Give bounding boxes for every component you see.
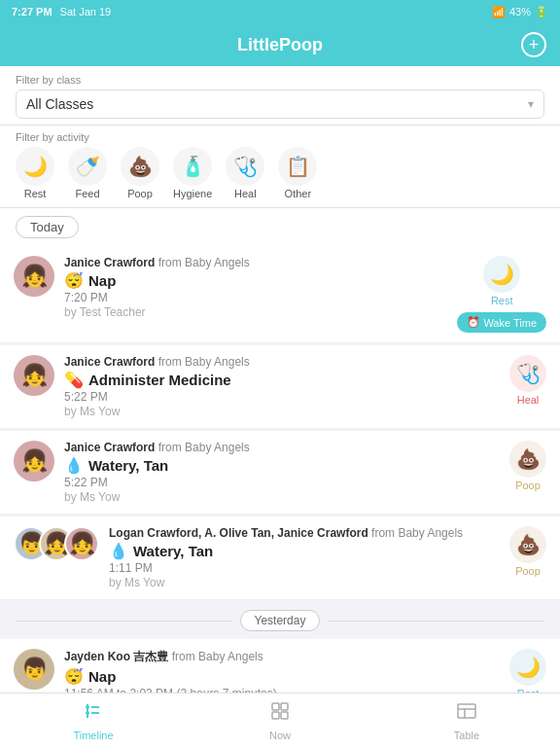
activity-name-yc1: Nap bbox=[88, 668, 116, 685]
svg-point-1 bbox=[86, 705, 89, 709]
class-name-4: Baby Angels bbox=[398, 526, 463, 540]
from-label-1: from bbox=[158, 256, 185, 269]
wake-icon: ⏰ bbox=[467, 316, 480, 329]
card-right-1: 🌙 Rest ⏰ Wake Time bbox=[457, 256, 546, 333]
rest-label: Rest bbox=[24, 188, 47, 199]
feed-icon: 🍼 bbox=[68, 147, 107, 186]
class-name-2: Baby Angels bbox=[185, 355, 250, 369]
heal-circle-icon: 🩺 bbox=[509, 355, 546, 392]
header: LittlePoop + bbox=[0, 23, 560, 66]
filter-activity-section: Filter by activity 🌙 Rest 🍼 Feed 💩 Poop … bbox=[0, 125, 560, 208]
today-button[interactable]: Today bbox=[16, 216, 79, 238]
avatar-janice-1: 👧 bbox=[14, 256, 54, 297]
wake-label: Wake Time bbox=[483, 317, 537, 329]
card-from-2: Janice Crawford from Baby Angels bbox=[64, 355, 496, 369]
card-time-2: 5:22 PM bbox=[64, 390, 496, 404]
from-label-3: from bbox=[158, 441, 185, 454]
status-indicators: 📶 43% 🔋 bbox=[492, 6, 548, 18]
feed-content: 👧 Janice Crawford from Baby Angels 😴 Nap… bbox=[0, 246, 560, 747]
filter-activity-label: Filter by activity bbox=[16, 131, 544, 143]
from-label-2: from bbox=[158, 355, 185, 369]
now-nav-label: Now bbox=[269, 729, 291, 741]
rest-icon: 🌙 bbox=[16, 147, 54, 186]
poop-badge-1: 💩 Poop bbox=[509, 441, 546, 491]
child-name-3: Janice Crawford bbox=[64, 441, 155, 454]
status-date: Sat Jan 19 bbox=[60, 6, 112, 18]
activity-feed[interactable]: 🍼 Feed bbox=[68, 147, 107, 199]
svg-point-2 bbox=[86, 711, 89, 715]
chevron-down-icon: ▾ bbox=[528, 97, 534, 111]
activity-heal[interactable]: 🩺 Heal bbox=[226, 147, 264, 199]
nav-table[interactable]: Table bbox=[373, 694, 560, 747]
poop-circle-icon-2: 💩 bbox=[509, 526, 546, 563]
card-from-3: Janice Crawford from Baby Angels bbox=[64, 441, 496, 454]
card-from-yc1: Jayden Koo 吉杰豊 from Baby Angels bbox=[64, 649, 496, 665]
poop-icon: 💩 bbox=[121, 147, 159, 186]
card-body-1: Janice Crawford from Baby Angels 😴 Nap 7… bbox=[64, 256, 443, 319]
activity-icon-row: 🌙 Rest 🍼 Feed 💩 Poop 🧴 Hygiene 🩺 Heal 📋 … bbox=[16, 147, 544, 199]
svg-rect-9 bbox=[458, 704, 475, 718]
hygiene-label: Hygiene bbox=[173, 188, 212, 199]
hygiene-icon: 🧴 bbox=[173, 147, 212, 186]
activity-row-4: 💧 Watery, Tan bbox=[109, 542, 496, 560]
class-name-1: Baby Angels bbox=[185, 256, 250, 269]
class-dropdown[interactable]: All Classes ▾ bbox=[16, 89, 544, 119]
activity-name-4: Watery, Tan bbox=[133, 543, 213, 559]
wake-time-button[interactable]: ⏰ Wake Time bbox=[457, 312, 546, 333]
nap-icon-yc1: 😴 bbox=[64, 667, 84, 686]
svg-rect-8 bbox=[281, 712, 288, 719]
card-body-3: Janice Crawford from Baby Angels 💧 Water… bbox=[64, 441, 496, 504]
medicine-icon: 💊 bbox=[64, 371, 84, 389]
card-janice-medicine: 👧 Janice Crawford from Baby Angels 💊 Adm… bbox=[0, 345, 560, 429]
sep-line-left bbox=[16, 621, 232, 622]
heal-icon: 🩺 bbox=[226, 147, 264, 186]
card-right-3: 💩 Poop bbox=[509, 441, 546, 491]
nav-timeline[interactable]: Timeline bbox=[0, 694, 187, 747]
poop-label: Poop bbox=[127, 188, 153, 199]
svg-rect-6 bbox=[281, 703, 288, 710]
status-bar: 7:27 PM Sat Jan 19 📶 43% 🔋 bbox=[0, 0, 560, 23]
card-right-4: 💩 Poop bbox=[509, 526, 546, 577]
card-janice-poop: 👧 Janice Crawford from Baby Angels 💧 Wat… bbox=[0, 431, 560, 515]
other-icon: 📋 bbox=[278, 147, 317, 186]
nap-icon-1: 😴 bbox=[64, 271, 84, 290]
add-button[interactable]: + bbox=[521, 32, 546, 57]
other-label: Other bbox=[285, 188, 312, 199]
activity-poop[interactable]: 💩 Poop bbox=[121, 147, 159, 199]
yesterday-separator: Yesterday bbox=[0, 602, 560, 639]
poop-drop-icon: 💧 bbox=[64, 456, 84, 475]
from-label-yc1: from bbox=[172, 650, 198, 663]
card-from-4: Logan Crawford, A. Olive Tan, Janice Cra… bbox=[109, 526, 496, 540]
class-name-yc1: Baby Angels bbox=[198, 650, 263, 663]
activity-row-yc1: 😴 Nap bbox=[64, 667, 496, 686]
bottom-nav: Timeline Now Table bbox=[0, 693, 560, 747]
activity-name-2: Administer Medicine bbox=[88, 372, 231, 388]
svg-rect-5 bbox=[272, 703, 279, 710]
activity-rest[interactable]: 🌙 Rest bbox=[16, 147, 54, 199]
today-section: Today bbox=[0, 208, 560, 246]
yesterday-button[interactable]: Yesterday bbox=[240, 610, 321, 631]
filter-class-label: Filter by class bbox=[16, 74, 544, 86]
avatar-janice-3: 👧 bbox=[14, 441, 54, 481]
class-dropdown-value: All Classes bbox=[26, 96, 93, 112]
activity-name-3: Watery, Tan bbox=[88, 457, 168, 474]
rest-circle-yc1: 🌙 bbox=[509, 649, 546, 686]
card-teacher-4: by Ms Yow bbox=[109, 576, 496, 589]
nav-now[interactable]: Now bbox=[187, 694, 373, 747]
from-label-4: from bbox=[371, 526, 398, 540]
battery-text: 43% bbox=[509, 6, 531, 18]
avatar-janice-2: 👧 bbox=[14, 355, 54, 396]
table-nav-label: Table bbox=[454, 729, 479, 741]
activity-hygiene[interactable]: 🧴 Hygiene bbox=[173, 147, 212, 199]
avatar-janice-group: 👧 bbox=[64, 526, 99, 561]
class-name-3: Baby Angels bbox=[185, 441, 250, 454]
timeline-icon bbox=[83, 700, 104, 727]
activity-other[interactable]: 📋 Other bbox=[278, 147, 317, 199]
card-teacher-2: by Ms Yow bbox=[64, 405, 496, 418]
group-drop-icon: 💧 bbox=[109, 542, 128, 560]
card-teacher-1: by Test Teacher bbox=[64, 305, 443, 319]
poop-circle-icon-1: 💩 bbox=[509, 441, 546, 478]
grid-icon bbox=[269, 700, 291, 727]
child-name-1: Janice Crawford bbox=[64, 256, 155, 269]
avatar-group: 👦 👧 👧 bbox=[14, 526, 99, 561]
